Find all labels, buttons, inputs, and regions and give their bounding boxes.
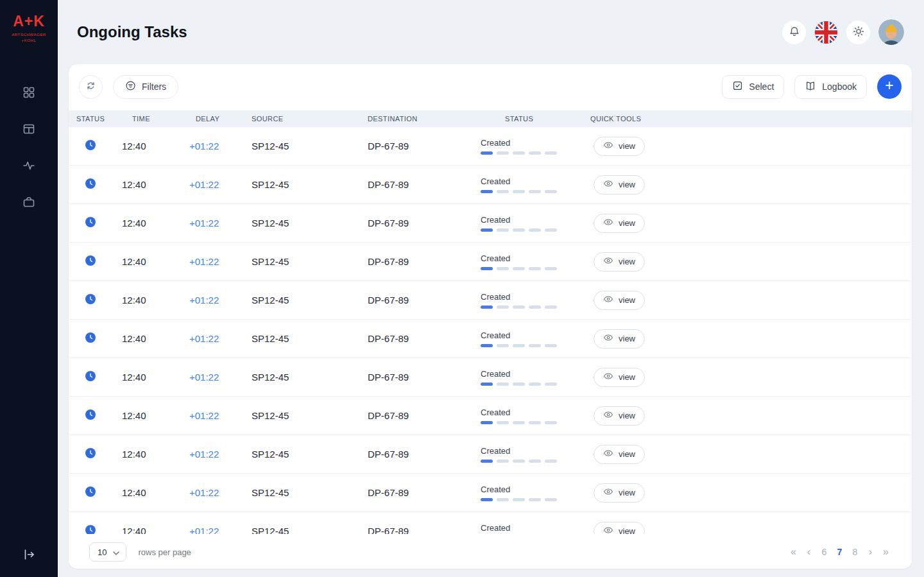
clock-icon [85, 487, 96, 499]
progress-dash [481, 421, 493, 424]
page-button-7-active[interactable]: 7 [833, 544, 846, 560]
progress-dash [481, 383, 493, 386]
progress-track [481, 498, 557, 501]
plus-icon: + [885, 78, 893, 93]
logbook-button[interactable]: Logbook [794, 75, 867, 99]
task-destination: DP-67-89 [361, 487, 479, 498]
progress-dash [481, 151, 493, 155]
progress-dash [513, 421, 525, 424]
task-progress-cell: Created [479, 254, 588, 270]
table-row: 12:40 +01:22 SP12-45 DP-67-89 Created vi… [69, 320, 912, 358]
logo-subtitle: ARTSCHWAGER +KOHL [12, 32, 46, 44]
progress-track [481, 421, 557, 424]
progress-dash [497, 228, 509, 232]
notifications-button[interactable] [782, 21, 806, 44]
table-header: STATUS TIME DELAY SOURCE DESTINATION STA… [69, 110, 912, 127]
task-progress-cell: Created [479, 485, 588, 501]
task-destination: DP-67-89 [361, 218, 479, 228]
previous-page-button[interactable]: ‹ [802, 544, 816, 560]
task-destination: DP-67-89 [361, 372, 479, 383]
task-time: 12:40 [117, 372, 189, 383]
row-status-cell [69, 294, 117, 307]
page-button-6[interactable]: 6 [817, 544, 831, 560]
theme-toggle-button[interactable] [846, 21, 870, 44]
clock-icon [85, 448, 96, 461]
view-button[interactable]: view [594, 368, 645, 387]
task-source: SP12-45 [246, 256, 361, 267]
page-button-8[interactable]: 8 [848, 544, 862, 560]
book-icon [805, 80, 816, 94]
last-page-button[interactable]: » [879, 544, 893, 560]
view-button[interactable]: view [594, 175, 645, 194]
next-page-button[interactable]: › [864, 544, 877, 560]
rows-per-page-select[interactable]: 10 [89, 542, 126, 562]
checkbox-check-icon [732, 80, 743, 93]
quick-tools-cell: view [588, 445, 912, 464]
first-page-button[interactable]: « [787, 544, 800, 560]
view-button[interactable]: view [594, 522, 645, 535]
progress-track [481, 228, 557, 232]
eye-icon [603, 448, 613, 460]
bell-icon [789, 26, 800, 39]
task-delay: +01:22 [189, 487, 246, 498]
progress-dash [529, 228, 541, 232]
sidebar-item-tables[interactable] [16, 116, 42, 142]
toolbar-left: Filters [79, 75, 178, 99]
progress-dash [481, 498, 493, 501]
column-header-status2: STATUS [479, 115, 588, 123]
task-status-label: Created [481, 254, 510, 263]
select-button-label: Select [749, 82, 774, 92]
view-button-label: view [619, 334, 635, 343]
view-button[interactable]: view [594, 445, 645, 464]
column-header-time: TIME [117, 115, 189, 123]
table-row: 12:40 +01:22 SP12-45 DP-67-89 Created vi… [69, 397, 912, 435]
view-button[interactable]: view [594, 483, 645, 503]
eye-icon [603, 255, 613, 268]
table-row: 12:40 +01:22 SP12-45 DP-67-89 Created vi… [69, 512, 912, 534]
task-destination: DP-67-89 [361, 449, 479, 460]
sidebar-item-activity[interactable] [16, 153, 42, 178]
logout-button[interactable] [16, 542, 42, 568]
sidebar-item-projects[interactable] [16, 189, 42, 215]
progress-dash [513, 344, 525, 347]
user-avatar[interactable] [878, 19, 904, 45]
task-delay: +01:22 [189, 449, 246, 460]
column-header-delay: DELAY [189, 115, 246, 123]
language-button[interactable] [814, 21, 838, 44]
logo-title: A+K [12, 13, 46, 30]
task-source: SP12-45 [246, 372, 361, 383]
table-row: 12:40 +01:22 SP12-45 DP-67-89 Created vi… [69, 358, 912, 397]
column-header-source: SOURCE [246, 115, 361, 123]
select-button[interactable]: Select [722, 75, 784, 99]
add-task-button[interactable]: + [877, 74, 902, 99]
filters-button[interactable]: Filters [113, 75, 178, 99]
progress-dash [481, 228, 493, 232]
eye-icon [603, 332, 613, 345]
view-button[interactable]: view [594, 214, 645, 233]
view-button[interactable]: view [594, 329, 645, 349]
task-delay: +01:22 [189, 372, 246, 383]
progress-dash [529, 151, 541, 155]
view-button[interactable]: view [594, 252, 645, 271]
progress-dash [497, 267, 509, 270]
progress-dash [545, 344, 557, 347]
row-status-cell [69, 255, 117, 268]
progress-track [481, 151, 557, 155]
sidebar-nav [16, 80, 42, 215]
progress-dash [529, 267, 541, 270]
view-button[interactable]: view [594, 291, 645, 310]
ongoing-tasks-card: Filters Select [69, 64, 912, 569]
table-row: 12:40 +01:22 SP12-45 DP-67-89 Created vi… [69, 204, 912, 243]
column-header-destination: DESTINATION [361, 115, 479, 123]
task-source: SP12-45 [246, 179, 361, 190]
progress-dash [513, 228, 525, 232]
refresh-button[interactable] [79, 75, 103, 99]
task-status-label: Created [481, 177, 510, 186]
view-button[interactable]: view [594, 406, 645, 426]
sidebar-item-dashboard[interactable] [16, 80, 42, 105]
row-status-cell [69, 525, 117, 535]
view-button[interactable]: view [594, 137, 645, 156]
topbar: Ongoing Tasks [69, 0, 912, 64]
table-row: 12:40 +01:22 SP12-45 DP-67-89 Created vi… [69, 281, 912, 320]
clock-icon [85, 140, 96, 153]
